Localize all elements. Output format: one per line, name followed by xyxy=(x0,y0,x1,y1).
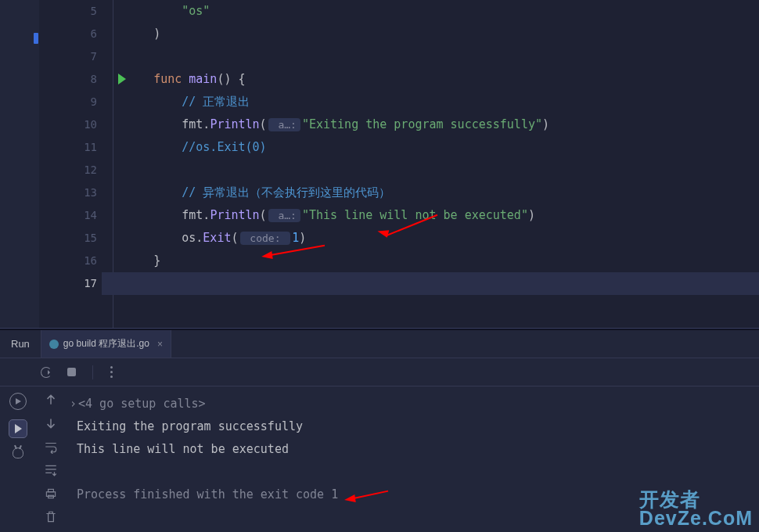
more-icon[interactable] xyxy=(104,365,118,379)
up-icon[interactable] xyxy=(44,393,58,407)
run-icon[interactable] xyxy=(9,393,27,410)
line-number[interactable]: 7 xyxy=(39,45,113,68)
watermark: 开发者 DevZe.CoM xyxy=(639,490,753,527)
line-number[interactable]: 12 xyxy=(39,159,113,182)
line-number[interactable]: 6 xyxy=(39,23,113,45)
code-line[interactable]: ) xyxy=(125,23,759,45)
go-icon xyxy=(49,340,59,349)
run-active-icon[interactable] xyxy=(9,419,27,438)
code-line[interactable] xyxy=(125,45,759,68)
run-config-tab-label: go build 程序退出.go xyxy=(63,337,149,350)
console-fold-line[interactable]: <4 go setup calls> xyxy=(78,397,206,411)
trash-icon[interactable] xyxy=(44,510,58,524)
code-line[interactable]: //os.Exit(0) xyxy=(125,136,759,159)
panel-side-outer xyxy=(0,386,35,532)
code-line[interactable]: fmt.Println( a…:"Exiting the program suc… xyxy=(125,113,759,136)
line-number[interactable]: 16 xyxy=(39,250,113,272)
code-editor[interactable]: 567891011121314151617 "os" ) func main()… xyxy=(0,0,759,328)
debug-icon[interactable] xyxy=(13,448,23,458)
rerun-button[interactable] xyxy=(39,365,53,379)
console-line xyxy=(70,461,751,483)
line-number[interactable]: 17 xyxy=(39,272,113,295)
svg-rect-1 xyxy=(49,489,54,491)
panel-toolbar xyxy=(0,358,759,386)
panel-side-inner xyxy=(35,386,67,532)
code-line[interactable]: // 正常退出 xyxy=(125,91,759,113)
line-number-gutter[interactable]: 567891011121314151617 xyxy=(39,0,113,328)
code-line[interactable]: } xyxy=(125,250,759,272)
line-number[interactable]: 5 xyxy=(39,0,113,23)
wrap-icon[interactable] xyxy=(44,440,58,454)
line-number[interactable]: 13 xyxy=(39,182,113,204)
down-icon[interactable] xyxy=(44,416,58,430)
scroll-icon[interactable] xyxy=(44,463,58,477)
code-line[interactable]: func main() { xyxy=(125,68,759,91)
line-number[interactable]: 15 xyxy=(39,227,113,250)
panel-title: Run xyxy=(0,338,41,350)
separator xyxy=(92,365,93,379)
close-icon[interactable]: × xyxy=(157,339,163,350)
panel-tab-bar: Run go build 程序退出.go × xyxy=(0,330,759,358)
console-line: Exiting the program successfully xyxy=(70,415,751,438)
line-number[interactable]: 8 xyxy=(39,68,113,91)
line-number[interactable]: 11 xyxy=(39,136,113,159)
code-line[interactable]: // 异常退出（不会执行到这里的代码） xyxy=(125,182,759,204)
print-icon[interactable] xyxy=(44,487,58,501)
editor-left-strip xyxy=(0,0,39,328)
code-line[interactable]: fmt.Println( a…:"This line will not be e… xyxy=(125,204,759,227)
line-number[interactable]: 14 xyxy=(39,204,113,227)
vcs-marker xyxy=(34,33,38,44)
console-line: This line will not be executed xyxy=(70,438,751,461)
line-number[interactable]: 9 xyxy=(39,91,113,113)
code-line[interactable] xyxy=(125,272,759,295)
code-line[interactable]: "os" xyxy=(125,0,759,23)
run-config-tab[interactable]: go build 程序退出.go × xyxy=(41,330,171,358)
stop-button[interactable] xyxy=(64,365,78,379)
code-line[interactable] xyxy=(125,159,759,182)
code-line[interactable]: os.Exit( code: 1) xyxy=(125,227,759,250)
code-area[interactable]: "os" ) func main() { // 正常退出 fmt.Println… xyxy=(113,0,759,328)
line-number[interactable]: 10 xyxy=(39,113,113,136)
